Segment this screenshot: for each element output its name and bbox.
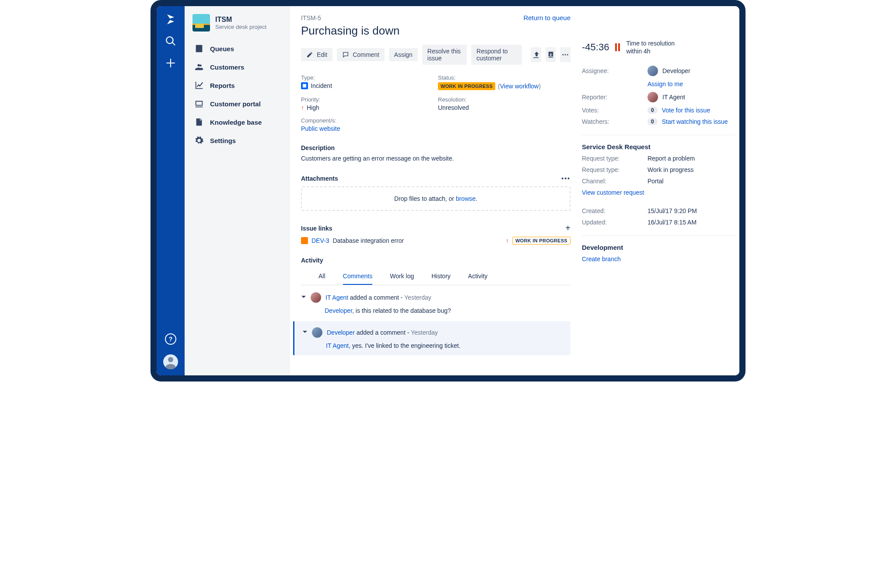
tab-activity[interactable]: Activity [468, 268, 487, 285]
watch-link[interactable]: Start watching this issue [662, 118, 728, 125]
collapse-icon[interactable] [302, 329, 308, 336]
edit-button[interactable]: Edit [301, 48, 332, 61]
priority-value: High [307, 104, 319, 111]
incident-icon [301, 82, 308, 89]
comment-body: , is this related to the database bug? [352, 307, 451, 314]
assignee-label: Assignee: [582, 67, 648, 74]
resolve-button-label: Resolve this issue [427, 48, 462, 62]
sidebar-item-label: Customers [210, 63, 244, 71]
view-customer-request-link[interactable]: View customer request [582, 189, 644, 196]
sidebar-item-label: Reports [210, 82, 235, 89]
breadcrumb[interactable]: ITSM-5 [301, 14, 321, 21]
dropzone-text-prefix: Drop files to attach, or [394, 195, 456, 202]
comment-author[interactable]: Developer [327, 329, 355, 336]
create-icon[interactable] [164, 57, 177, 69]
request-type-label: Request type: [582, 155, 648, 162]
mention[interactable]: Developer [325, 307, 352, 314]
tab-worklog[interactable]: Work log [390, 268, 414, 285]
comment-time: Yesterday [411, 329, 438, 336]
sidebar-item-customer-portal[interactable]: Customer portal [190, 94, 284, 113]
resolution-label: Resolution: [438, 96, 570, 103]
project-sidebar: ITSM Service desk project Queues Custome… [185, 6, 290, 375]
project-header[interactable]: ITSM Service desk project [190, 14, 284, 32]
comment-button[interactable]: Comment [337, 48, 385, 61]
linked-issue-type-icon [301, 237, 308, 244]
votes-count: 0 [648, 107, 658, 114]
sdr-heading: Service Desk Request [582, 135, 735, 150]
channel-value: Portal [648, 178, 664, 185]
help-icon[interactable]: ? [165, 333, 176, 345]
sidebar-item-label: Knowledge base [210, 119, 262, 126]
dropzone-text-suffix: . [476, 195, 477, 202]
collapse-icon[interactable] [301, 294, 306, 301]
view-workflow-link[interactable]: View workflow [500, 83, 539, 90]
sidebar-item-knowledge-base[interactable]: Knowledge base [190, 113, 284, 131]
linked-issue-summary: Database integration error [332, 237, 404, 244]
updated-value: 16/Jul/17 8:15 AM [648, 219, 696, 226]
svg-point-0 [168, 357, 173, 362]
type-label: Type: [301, 74, 434, 81]
tab-comments[interactable]: Comments [343, 268, 373, 285]
app-switcher-icon[interactable] [164, 13, 177, 25]
return-to-queue-link[interactable]: Return to queue [523, 14, 570, 21]
linked-status-badge: WORK IN PROGRESS [512, 237, 570, 245]
profile-avatar[interactable] [163, 354, 178, 369]
sla-row: -45:36 Time to resolution within 4h [582, 39, 735, 55]
search-icon[interactable] [164, 35, 177, 47]
type-value: Incident [311, 82, 332, 89]
respond-button-label: Respond to customer [476, 48, 517, 62]
tab-all[interactable]: All [318, 268, 326, 285]
development-heading: Development [582, 235, 735, 251]
updated-label: Updated: [582, 219, 648, 226]
assignee-name: Developer [662, 67, 690, 74]
browse-link[interactable]: browse [456, 195, 476, 202]
assign-button-label: Assign [394, 51, 413, 58]
watchers-label: Watchers: [582, 118, 648, 125]
attachments-dropzone[interactable]: Drop files to attach, or browse. [301, 186, 570, 211]
linked-issue-row[interactable]: DEV-3 Database integration error ↑ WORK … [301, 237, 570, 245]
comment-item: Developer added a comment - Yesterday IT… [293, 321, 570, 355]
created-value: 15/Jul/17 9:20 PM [648, 207, 697, 214]
description-heading: Description [301, 144, 570, 151]
issue-details-panel: -45:36 Time to resolution within 4h Assi… [582, 6, 739, 375]
linked-priority-icon: ↑ [506, 237, 509, 244]
resolution-value: Unresolved [438, 104, 570, 111]
more-actions-icon[interactable] [560, 47, 570, 62]
request-status-value: Work in progress [648, 166, 694, 173]
share-icon[interactable] [531, 47, 541, 62]
priority-high-icon: ↑ [301, 104, 304, 111]
add-link-icon[interactable]: + [565, 223, 570, 233]
tab-history[interactable]: History [431, 268, 451, 285]
comment-avatar [312, 327, 322, 338]
votes-label: Votes: [582, 107, 648, 114]
linked-issue-key[interactable]: DEV-3 [312, 237, 329, 244]
edit-button-label: Edit [317, 51, 327, 58]
sla-pause-icon [615, 43, 620, 51]
sidebar-item-reports[interactable]: Reports [190, 76, 284, 94]
sidebar-item-settings[interactable]: Settings [190, 131, 284, 150]
reporter-name: IT Agent [662, 94, 685, 101]
attachments-more-icon[interactable]: ••• [561, 175, 570, 182]
svg-rect-5 [303, 84, 306, 88]
sla-goal: within 4h [626, 47, 675, 55]
components-value[interactable]: Public website [301, 125, 340, 132]
assignee-avatar [648, 66, 658, 76]
assign-to-me-link[interactable]: Assign to me [648, 80, 683, 88]
resolve-button[interactable]: Resolve this issue [422, 45, 467, 65]
assign-button[interactable]: Assign [389, 48, 418, 61]
reporter-avatar [648, 92, 658, 102]
mention[interactable]: IT Agent [326, 342, 349, 349]
comment-author[interactable]: IT Agent [326, 294, 348, 301]
vote-link[interactable]: Vote for this issue [662, 107, 710, 114]
export-icon[interactable] [546, 47, 556, 62]
respond-button[interactable]: Respond to customer [471, 45, 522, 65]
channel-label: Channel: [582, 178, 648, 185]
create-branch-link[interactable]: Create branch [582, 256, 621, 262]
status-badge: WORK IN PROGRESS [438, 82, 495, 90]
sidebar-item-customers[interactable]: Customers [190, 58, 284, 76]
comment-body: , yes. I've linked to the engineering ti… [349, 342, 461, 349]
sidebar-item-queues[interactable]: Queues [190, 39, 284, 58]
comment-button-label: Comment [353, 51, 379, 58]
sidebar-item-label: Queues [210, 45, 234, 52]
reporter-label: Reporter: [582, 94, 648, 101]
